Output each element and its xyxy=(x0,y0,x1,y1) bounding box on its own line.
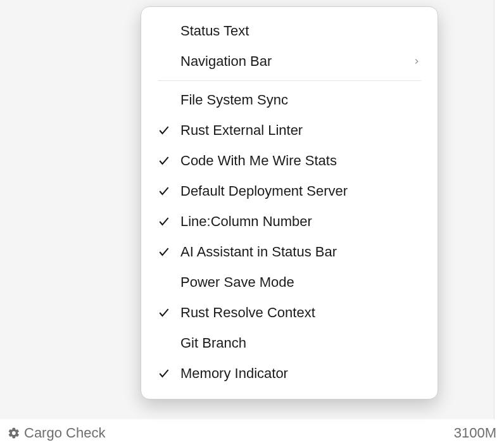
menu-item-label: File System Sync xyxy=(180,92,421,108)
status-bar-cargo-check[interactable]: Cargo Check xyxy=(8,425,105,441)
menu-item-label: Line:Column Number xyxy=(180,213,421,230)
menu-item-label: Rust Resolve Context xyxy=(180,305,421,321)
memory-indicator-value: 3100M xyxy=(454,425,496,441)
menu-item-status-text[interactable]: Status Text xyxy=(141,16,438,46)
menu-item-git-branch[interactable]: Git Branch xyxy=(141,328,438,358)
menu-item-line-column-number[interactable]: Line:Column Number xyxy=(141,206,438,237)
menu-item-file-system-sync[interactable]: File System Sync xyxy=(141,85,438,115)
status-bar-context-menu: Status Text Navigation Bar File System S… xyxy=(141,6,438,400)
check-icon xyxy=(158,367,180,380)
menu-item-label: Status Text xyxy=(180,23,408,39)
menu-item-label: Git Branch xyxy=(180,335,421,351)
status-bar: Cargo Check 3100M xyxy=(0,419,504,447)
gear-icon xyxy=(8,427,20,439)
menu-item-label: AI Assistant in Status Bar xyxy=(180,244,421,260)
menu-item-label: Default Deployment Server xyxy=(180,183,421,199)
check-icon xyxy=(158,154,180,167)
check-icon xyxy=(158,215,180,228)
menu-item-rust-external-linter[interactable]: Rust External Linter xyxy=(141,115,438,146)
check-icon xyxy=(158,185,180,198)
menu-item-rust-resolve-context[interactable]: Rust Resolve Context xyxy=(141,298,438,328)
editor-pane xyxy=(494,0,504,447)
menu-item-label: Rust External Linter xyxy=(180,122,421,139)
menu-item-default-deployment-server[interactable]: Default Deployment Server xyxy=(141,176,438,206)
menu-separator xyxy=(158,80,421,81)
menu-item-memory-indicator[interactable]: Memory Indicator xyxy=(141,358,438,389)
menu-item-ai-assistant-in-status-bar[interactable]: AI Assistant in Status Bar xyxy=(141,237,438,267)
cargo-check-label: Cargo Check xyxy=(24,425,105,441)
check-icon xyxy=(158,246,180,258)
check-icon xyxy=(158,306,180,319)
status-bar-memory[interactable]: 3100M xyxy=(454,425,496,441)
check-icon xyxy=(158,124,180,137)
menu-item-label: Code With Me Wire Stats xyxy=(180,153,421,169)
menu-item-label: Power Save Mode xyxy=(180,274,421,291)
menu-item-power-save-mode[interactable]: Power Save Mode xyxy=(141,267,438,298)
menu-item-navigation-bar[interactable]: Navigation Bar xyxy=(141,46,438,77)
menu-item-code-with-me-wire-stats[interactable]: Code With Me Wire Stats xyxy=(141,146,438,176)
chevron-right-icon xyxy=(408,57,421,66)
menu-item-label: Navigation Bar xyxy=(180,53,408,70)
menu-item-label: Memory Indicator xyxy=(180,365,421,382)
